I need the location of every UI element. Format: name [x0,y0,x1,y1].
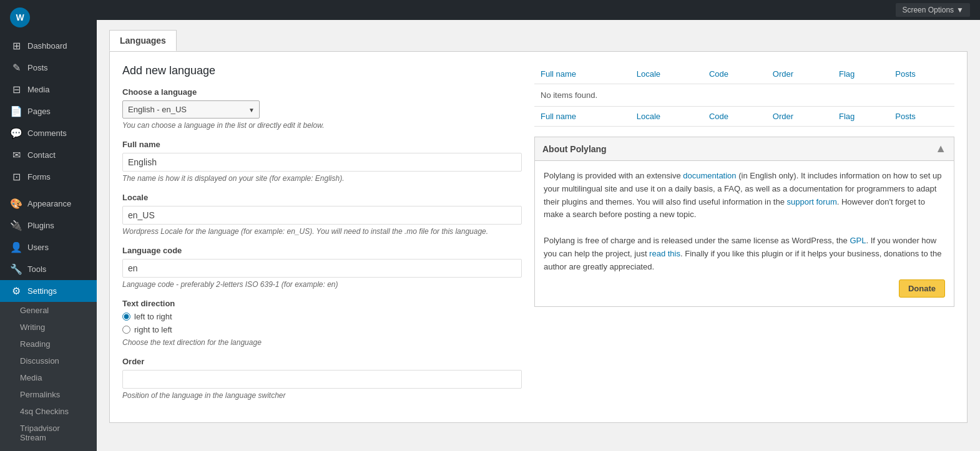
foot-flag: Flag [833,107,889,127]
sidebar-item-pages[interactable]: 📄 Pages [0,100,97,122]
foot-posts: Posts [889,107,954,127]
submenu-email[interactable]: Email [0,446,97,451]
users-icon: 👤 [10,241,22,253]
languages-table-section: Full name Locale Code Order Flag Posts [534,64,954,127]
sidebar-item-tools[interactable]: 🔧 Tools [0,258,97,280]
submenu-discussion[interactable]: Discussion [0,352,97,369]
no-items-cell: No items found. [534,84,954,107]
sidebar-item-label: Appearance [27,199,71,208]
sidebar-item-posts[interactable]: ✎ Posts [0,57,97,79]
sidebar-item-label: Settings [27,286,57,296]
comments-icon: 💬 [10,127,22,139]
foot-code: Code [703,107,767,127]
tools-icon: 🔧 [10,263,22,275]
col-order: Order [767,64,833,84]
order-input[interactable] [122,370,522,389]
submenu-writing[interactable]: Writing [0,319,97,336]
radio-rtl-label: right to left [134,325,172,334]
sidebar-logo: W [0,0,97,35]
tab-languages[interactable]: Languages [109,30,177,51]
tab-nav: Languages [109,30,968,51]
read-this-link[interactable]: read this [649,249,680,258]
language-code-group: Language code Language code - preferably… [122,246,522,289]
submenu-media[interactable]: Media [0,369,97,386]
sidebar-item-contact[interactable]: ✉ Contact [0,144,97,166]
appearance-icon: 🎨 [10,198,22,210]
text-direction-group: Text direction left to right right to le… [122,299,522,347]
sidebar: W ⊞ Dashboard ✎ Posts ⊟ Media 📄 Pages 💬 … [0,0,97,451]
radio-rtl-input[interactable] [122,326,130,334]
language-code-label: Language code [122,246,522,255]
locale-group: Locale Wordpress Locale for the language… [122,193,522,236]
foot-full-name: Full name [534,107,630,127]
language-code-hint: Language code - preferably 2-letters ISO… [122,280,522,289]
language-code-input[interactable] [122,259,522,278]
col-flag: Flag [833,64,889,84]
text-direction-label: Text direction [122,299,522,308]
about-polylang-box: About Polylang ▲ Polylang is provided wi… [534,137,954,307]
sidebar-item-appearance[interactable]: 🎨 Appearance [0,193,97,215]
sidebar-item-users[interactable]: 👤 Users [0,236,97,258]
two-column-layout: Add new language Choose a language Engli… [122,64,954,410]
table-footer-row: Full name Locale Code Order Flag Posts [534,107,954,127]
wordpress-logo-icon: W [10,7,30,27]
submenu-reading[interactable]: Reading [0,336,97,352]
radio-ltr-input[interactable] [122,313,130,321]
right-column: Full name Locale Code Order Flag Posts [534,64,954,410]
collapse-icon[interactable]: ▲ [935,142,946,155]
submenu-permalinks[interactable]: Permalinks [0,386,97,403]
sidebar-item-label: Plugins [27,221,54,230]
sidebar-item-plugins[interactable]: 🔌 Plugins [0,215,97,236]
gpl-link[interactable]: GPL [850,236,866,245]
sidebar-item-dashboard[interactable]: ⊞ Dashboard [0,35,97,57]
table-header-row: Full name Locale Code Order Flag Posts [534,64,954,84]
submenu-tripadvisor-stream[interactable]: Tripadvisor Stream [0,420,97,446]
order-hint: Position of the language in the language… [122,391,522,400]
screen-options-button[interactable]: Screen Options ▼ [896,3,970,17]
pages-icon: 📄 [10,105,22,117]
full-name-hint: The name is how it is displayed on your … [122,174,522,183]
documentation-link[interactable]: documentation [683,171,736,180]
support-forum-link[interactable]: support forum [787,197,837,206]
sidebar-item-media[interactable]: ⊟ Media [0,79,97,100]
language-select-hint: You can choose a language in the list or… [122,121,522,130]
donate-button[interactable]: Donate [899,279,945,298]
about-paragraph-2: Polylang is free of charge and is releas… [544,235,945,273]
content-area: Languages Add new language Choose a lang… [97,20,980,451]
col-locale: Locale [630,64,703,84]
left-column: Add new language Choose a language Engli… [122,64,522,410]
foot-locale: Locale [630,107,703,127]
dashboard-icon: ⊞ [10,40,22,52]
full-name-input[interactable] [122,153,522,172]
settings-submenu: General Writing Reading Discussion Media… [0,302,97,451]
locale-label: Locale [122,193,522,202]
plugins-icon: 🔌 [10,220,22,231]
sidebar-item-forms[interactable]: ⊡ Forms [0,166,97,188]
sidebar-item-label: Users [27,243,49,252]
order-label: Order [122,357,522,366]
section-title: Add new language [122,64,522,77]
main: Screen Options ▼ Languages Add new langu… [97,0,980,451]
radio-rtl: right to left [122,325,522,334]
main-panel: Add new language Choose a language Engli… [109,51,968,423]
no-items-row: No items found. [534,84,954,107]
submenu-4sq-checkins[interactable]: 4sq Checkins [0,403,97,420]
languages-table: Full name Locale Code Order Flag Posts [534,64,954,127]
sidebar-item-settings[interactable]: ⚙ Settings [0,280,97,302]
contact-icon: ✉ [10,149,22,161]
sidebar-item-label: Tools [27,264,46,274]
sidebar-item-label: Forms [27,172,51,182]
order-group: Order Position of the language in the la… [122,357,522,400]
settings-icon: ⚙ [10,285,22,297]
language-select[interactable]: English - en_US [122,100,260,119]
right-sections: Full name Locale Code Order Flag Posts [534,64,954,307]
submenu-general[interactable]: General [0,302,97,319]
col-full-name: Full name [534,64,630,84]
topbar: Screen Options ▼ [97,0,980,20]
media-icon: ⊟ [10,84,22,95]
sidebar-item-label: Comments [27,129,67,138]
foot-order: Order [767,107,833,127]
locale-input[interactable] [122,206,522,225]
text-direction-hint: Choose the text direction for the langua… [122,338,522,347]
sidebar-item-comments[interactable]: 💬 Comments [0,122,97,144]
